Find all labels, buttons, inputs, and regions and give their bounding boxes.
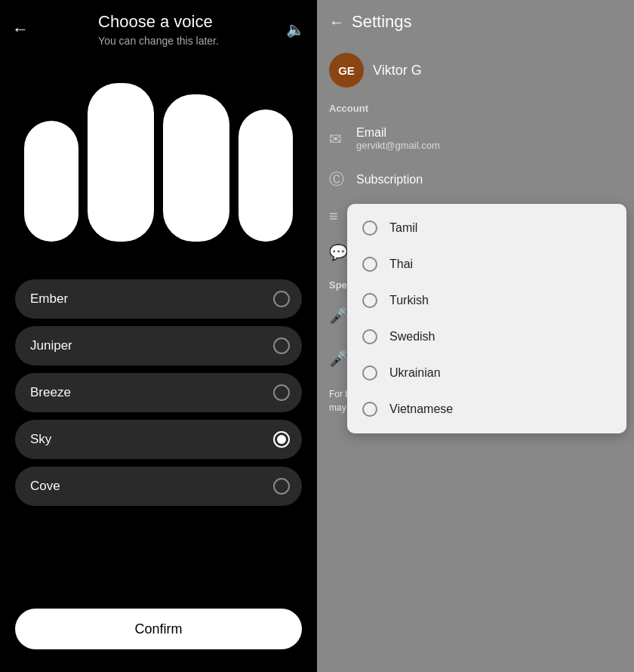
dropdown-radio[interactable] <box>362 293 377 308</box>
voice-item-label: Cove <box>30 479 60 494</box>
email-item[interactable]: ✉ Email gervikt@gmail.com <box>317 117 634 160</box>
dropdown-label: Thai <box>389 257 413 271</box>
confirm-button[interactable]: Confirm <box>15 609 302 649</box>
subscription-text: Subscription <box>356 173 423 186</box>
voice-icon-area <box>24 83 293 242</box>
back-button-right[interactable]: ← <box>329 14 344 31</box>
voice-item-label: Juniper <box>30 338 72 353</box>
voice-bar-1 <box>24 121 78 242</box>
settings-title: Settings <box>352 12 412 32</box>
voice-item-label: Ember <box>30 291 68 307</box>
voice-radio[interactable] <box>273 431 290 448</box>
right-panel: ← Settings GE Viktor G Account ✉ Email g… <box>317 0 634 672</box>
voice-list-item[interactable]: Sky <box>15 420 302 459</box>
voice-bar-2 <box>88 83 154 242</box>
voice-list-item[interactable]: Breeze <box>15 373 302 412</box>
email-text: Email gervikt@gmail.com <box>356 126 440 151</box>
email-title: Email <box>356 126 440 140</box>
email-value: gervikt@gmail.com <box>356 140 440 151</box>
user-avatar: GE <box>329 53 364 88</box>
voice-list-item[interactable]: Juniper <box>15 326 302 365</box>
voice-item-label: Breeze <box>30 385 71 400</box>
voice-radio[interactable] <box>273 338 290 354</box>
choose-voice-title: Choose a voice <box>98 12 219 32</box>
dropdown-radio[interactable] <box>362 329 377 344</box>
voice-radio-inner <box>277 435 286 444</box>
settings-header: ← Settings <box>317 0 634 44</box>
voice-list-item[interactable]: Cove <box>15 467 302 506</box>
dropdown-label: Vietnamese <box>389 402 453 416</box>
language-dropdown: TamilThaiTurkishSwedishUkrainianVietname… <box>347 204 626 433</box>
dropdown-item[interactable]: Swedish <box>347 319 626 355</box>
choose-voice-subtitle: You can change this later. <box>98 35 219 47</box>
dropdown-radio[interactable] <box>362 257 377 272</box>
left-panel: ← Choose a voice You can change this lat… <box>0 0 317 672</box>
subscription-title: Subscription <box>356 173 423 186</box>
dropdown-item[interactable]: Turkish <box>347 282 626 319</box>
voice-list-item[interactable]: Ember <box>15 279 302 319</box>
voice-bar-3 <box>163 94 229 242</box>
dropdown-radio[interactable] <box>362 220 377 236</box>
user-name: Viktor G <box>373 63 422 79</box>
voice-bar-4 <box>239 109 293 242</box>
user-row: GE Viktor G <box>317 44 634 97</box>
dropdown-label: Turkish <box>389 294 429 307</box>
voice-radio[interactable] <box>273 478 290 495</box>
dropdown-item[interactable]: Tamil <box>347 210 626 246</box>
subscription-icon: Ⓒ <box>329 169 356 190</box>
voice-radio[interactable] <box>273 291 290 307</box>
dropdown-label: Ukrainian <box>389 366 441 380</box>
dropdown-radio[interactable] <box>362 365 377 381</box>
account-section-label: Account <box>317 97 634 117</box>
voice-item-label: Sky <box>30 432 51 447</box>
voice-radio[interactable] <box>273 384 290 401</box>
dropdown-item[interactable]: Vietnamese <box>347 391 626 427</box>
dropdown-label: Tamil <box>389 221 417 235</box>
email-icon: ✉ <box>329 130 356 148</box>
confirm-area: Confirm <box>15 609 302 649</box>
left-header: ← Choose a voice You can change this lat… <box>0 0 317 53</box>
voice-list: EmberJuniperBreezeSkyCove <box>0 279 317 506</box>
subscription-item[interactable]: Ⓒ Subscription <box>317 160 634 199</box>
back-button-left[interactable]: ← <box>12 20 29 39</box>
dropdown-label: Swedish <box>389 330 435 344</box>
dropdown-item[interactable]: Thai <box>347 246 626 282</box>
dropdown-radio[interactable] <box>362 402 377 417</box>
dropdown-item[interactable]: Ukrainian <box>347 355 626 391</box>
volume-button[interactable]: 🔈 <box>286 20 305 39</box>
